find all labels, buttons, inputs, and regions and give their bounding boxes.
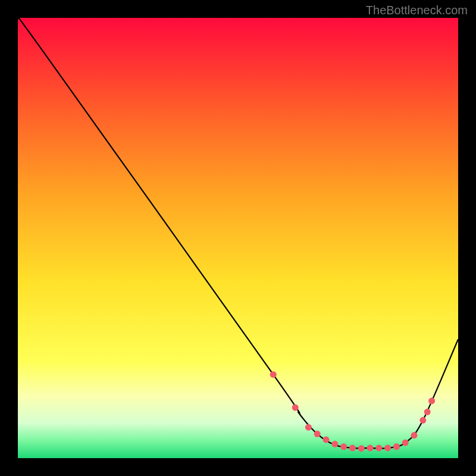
minimum-dot [367, 444, 374, 451]
minimum-dot [358, 445, 365, 452]
minimum-dot [292, 404, 299, 411]
minimum-dot [314, 431, 321, 437]
gradient-background [18, 18, 458, 458]
attribution-text: TheBottleneck.com [366, 4, 468, 17]
plot-area [18, 18, 458, 458]
minimum-dot [270, 371, 277, 378]
minimum-dot [375, 444, 382, 451]
minimum-dot [323, 436, 330, 443]
minimum-dot [424, 409, 431, 415]
minimum-dot [384, 444, 391, 451]
minimum-dot [331, 441, 338, 447]
minimum-dot [411, 432, 418, 439]
minimum-dot [428, 397, 435, 404]
minimum-dot [349, 444, 356, 451]
minimum-dot [402, 440, 409, 446]
minimum-dot [419, 417, 426, 424]
chart-svg [18, 18, 458, 458]
minimum-dot [305, 424, 312, 431]
minimum-dot [393, 443, 400, 450]
minimum-dot [340, 443, 347, 450]
chart-frame: TheBottleneck.com [0, 0, 476, 476]
